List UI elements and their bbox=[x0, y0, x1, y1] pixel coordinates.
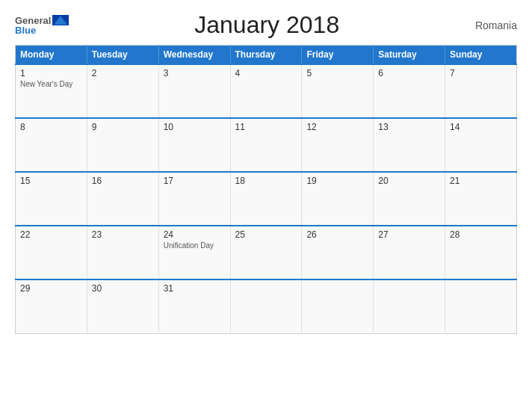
day-number: 23 bbox=[92, 229, 154, 240]
day-number: 8 bbox=[20, 122, 82, 132]
calendar-week-row: 222324Unification Day25262728 bbox=[16, 226, 517, 279]
calendar-cell bbox=[445, 279, 517, 333]
day-number: 26 bbox=[306, 229, 368, 240]
page-header: General Blue January 2018 Romania bbox=[15, 11, 517, 39]
days-of-week-row: Monday Tuesday Wednesday Thursday Friday… bbox=[16, 46, 517, 65]
calendar-cell: 27 bbox=[374, 226, 445, 279]
calendar-cell: 31 bbox=[158, 279, 230, 333]
calendar-cell: 4 bbox=[230, 64, 302, 118]
day-number: 14 bbox=[450, 122, 512, 132]
holiday-label: Unification Day bbox=[164, 241, 226, 250]
day-number: 5 bbox=[306, 68, 368, 78]
col-sunday: Sunday bbox=[445, 46, 517, 65]
calendar-cell: 19 bbox=[302, 172, 374, 226]
day-number: 7 bbox=[450, 68, 512, 78]
calendar-cell: 14 bbox=[445, 118, 517, 172]
calendar-cell: 28 bbox=[445, 226, 517, 279]
calendar-cell: 6 bbox=[374, 64, 445, 118]
page-title: January 2018 bbox=[69, 11, 465, 39]
calendar-cell: 11 bbox=[230, 118, 302, 172]
logo-blue-text: Blue bbox=[15, 25, 36, 35]
day-number: 17 bbox=[164, 176, 226, 186]
calendar-cell: 12 bbox=[302, 118, 374, 172]
calendar-cell: 29 bbox=[16, 279, 87, 333]
day-number: 9 bbox=[92, 122, 154, 132]
calendar-cell: 2 bbox=[87, 64, 158, 118]
calendar-cell: 26 bbox=[302, 226, 374, 279]
calendar-week-row: 293031 bbox=[16, 279, 517, 333]
calendar-table: Monday Tuesday Wednesday Thursday Friday… bbox=[15, 45, 517, 334]
calendar-cell bbox=[230, 279, 302, 333]
day-number: 16 bbox=[92, 176, 154, 186]
calendar-cell: 16 bbox=[87, 172, 158, 226]
day-number: 31 bbox=[164, 283, 226, 294]
day-number: 30 bbox=[92, 283, 154, 294]
day-number: 20 bbox=[378, 176, 440, 186]
calendar-cell: 30 bbox=[87, 279, 158, 333]
day-number: 13 bbox=[378, 122, 440, 132]
calendar-cell: 18 bbox=[230, 172, 302, 226]
day-number: 10 bbox=[164, 122, 226, 132]
col-tuesday: Tuesday bbox=[87, 46, 158, 65]
day-number: 18 bbox=[235, 176, 297, 186]
calendar-cell bbox=[302, 279, 374, 333]
col-thursday: Thursday bbox=[230, 46, 302, 65]
holiday-label: New Year's Day bbox=[20, 80, 82, 88]
calendar-week-row: 15161718192021 bbox=[16, 172, 517, 226]
day-number: 19 bbox=[306, 176, 368, 186]
col-wednesday: Wednesday bbox=[158, 46, 230, 65]
day-number: 4 bbox=[235, 68, 297, 78]
calendar-cell: 22 bbox=[16, 226, 87, 279]
logo-general-text: General bbox=[15, 16, 51, 25]
logo-flag-icon bbox=[52, 15, 69, 25]
day-number: 22 bbox=[20, 229, 82, 240]
calendar-cell: 13 bbox=[374, 118, 445, 172]
calendar-cell bbox=[374, 279, 445, 333]
calendar-week-row: 891011121314 bbox=[16, 118, 517, 172]
calendar-cell: 9 bbox=[87, 118, 158, 172]
day-number: 25 bbox=[235, 229, 297, 240]
day-number: 27 bbox=[378, 229, 440, 240]
calendar-cell: 15 bbox=[16, 172, 87, 226]
calendar-cell: 1New Year's Day bbox=[16, 64, 87, 118]
calendar-cell: 25 bbox=[230, 226, 302, 279]
logo: General Blue bbox=[15, 15, 69, 35]
day-number: 6 bbox=[378, 68, 440, 78]
day-number: 24 bbox=[164, 229, 226, 240]
day-number: 12 bbox=[306, 122, 368, 132]
day-number: 1 bbox=[20, 68, 82, 78]
calendar-cell: 3 bbox=[158, 64, 230, 118]
calendar-cell: 23 bbox=[87, 226, 158, 279]
calendar-body: 1New Year's Day2345678910111213141516171… bbox=[16, 64, 517, 333]
country-label: Romania bbox=[465, 19, 517, 31]
calendar-cell: 8 bbox=[16, 118, 87, 172]
calendar-cell: 20 bbox=[374, 172, 445, 226]
col-monday: Monday bbox=[16, 46, 87, 65]
day-number: 29 bbox=[20, 283, 82, 294]
calendar-cell: 21 bbox=[445, 172, 517, 226]
col-saturday: Saturday bbox=[374, 46, 445, 65]
day-number: 21 bbox=[450, 176, 512, 186]
calendar-cell: 5 bbox=[302, 64, 374, 118]
day-number: 28 bbox=[450, 229, 512, 240]
calendar-cell: 7 bbox=[445, 64, 517, 118]
day-number: 3 bbox=[164, 68, 226, 78]
calendar-cell: 24Unification Day bbox=[158, 226, 230, 279]
calendar-cell: 10 bbox=[158, 118, 230, 172]
day-number: 15 bbox=[20, 176, 82, 186]
calendar-cell: 17 bbox=[158, 172, 230, 226]
day-number: 2 bbox=[92, 68, 154, 78]
col-friday: Friday bbox=[302, 46, 374, 65]
calendar-page: General Blue January 2018 Romania Monday… bbox=[0, 0, 532, 411]
calendar-week-row: 1New Year's Day234567 bbox=[16, 64, 517, 118]
day-number: 11 bbox=[235, 122, 297, 132]
calendar-header: Monday Tuesday Wednesday Thursday Friday… bbox=[16, 46, 517, 65]
